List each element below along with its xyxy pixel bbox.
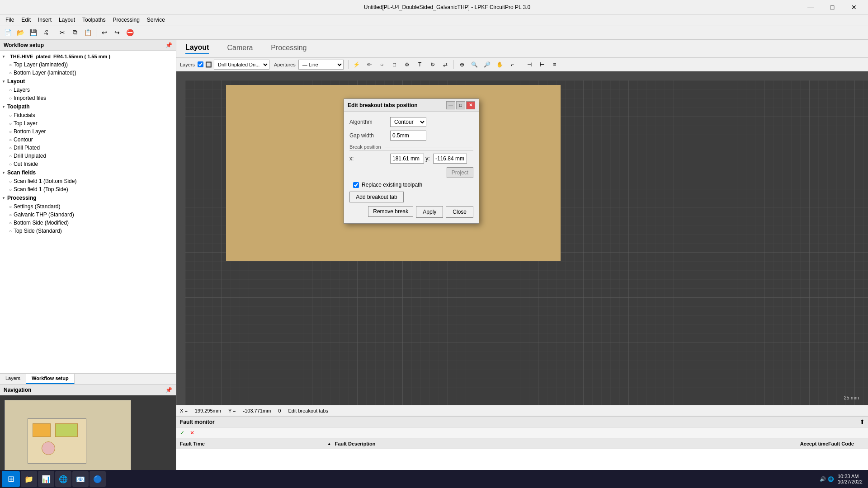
tree-item-settings[interactable]: ○ Settings (Standard) (0, 202, 176, 211)
apertures-select[interactable]: — Line (298, 60, 344, 70)
gap-width-input[interactable] (390, 131, 426, 141)
tool-transform[interactable]: ⇄ (439, 59, 451, 70)
stop-btn[interactable]: ⛔ (124, 27, 136, 38)
start-button[interactable]: ⊞ (2, 471, 20, 487)
paste-btn[interactable]: 📋 (82, 27, 94, 38)
dialog-close-btn[interactable]: ✕ (466, 101, 475, 109)
taskbar-browser[interactable]: 🌐 (55, 471, 71, 487)
undo-btn[interactable]: ↩ (99, 27, 110, 38)
taskbar-task-manager[interactable]: 📊 (38, 471, 54, 487)
copy-btn[interactable]: ⧉ (69, 27, 81, 38)
x-input[interactable] (390, 154, 424, 164)
tree-item-topside[interactable]: ○ Top Side (Standard) (0, 227, 176, 235)
main-toolbar: 📄 📂 💾 🖨 ✂ ⧉ 📋 ↩ ↪ ⛔ (0, 25, 868, 40)
time: 10:23 AM (838, 474, 863, 479)
open-btn[interactable]: 📂 (14, 27, 26, 38)
tool-flip[interactable]: ⊢ (536, 59, 548, 70)
tree-item-drill-plated[interactable]: ○ Drill Plated (0, 144, 176, 152)
ruler-left (176, 71, 185, 405)
menu-toolpaths[interactable]: Toolpaths (79, 16, 109, 24)
tool-rotate[interactable]: ↻ (427, 59, 439, 70)
menu-edit[interactable]: Edit (18, 16, 34, 24)
taskbar-app1[interactable]: 📧 (72, 471, 89, 487)
tree-item-toplayer[interactable]: ○ Top Layer (laminated)) (0, 61, 176, 69)
layers-checkbox[interactable] (198, 61, 203, 67)
date: 10/27/2022 (838, 479, 863, 484)
algorithm-select[interactable]: Contour (390, 117, 426, 127)
tree-item-importedfiles[interactable]: ○ Imported files (0, 94, 176, 102)
minimize-button[interactable]: — (800, 1, 821, 14)
tree-item-cut-inside[interactable]: ○ Cut Inside (0, 160, 176, 168)
print-btn[interactable]: 🖨 (40, 27, 52, 38)
tool-move[interactable]: ✋ (494, 59, 506, 70)
tree-item-top-layer[interactable]: ○ Top Layer (0, 119, 176, 127)
dialog-body: Algorithm Contour Gap width Break (344, 112, 479, 223)
cut-btn[interactable]: ✂ (57, 27, 68, 38)
tree-item-scan-bottom[interactable]: ○ Scan field 1 (Bottom Side) (0, 177, 176, 185)
remove-break-button[interactable]: Remove break (368, 206, 413, 217)
tray-network[interactable]: 🌐 (828, 476, 834, 482)
panel-pin-icon[interactable]: 📌 (165, 42, 172, 48)
fault-table-header: Fault Time ▲ Fault Description Accept ti… (176, 438, 868, 449)
tool-align[interactable]: ≡ (549, 59, 561, 70)
tool-corner[interactable]: ⌐ (507, 59, 519, 70)
tree-item-bottomlayer[interactable]: ○ Bottom Layer (laminated)) (0, 69, 176, 77)
tree-item-fiducials[interactable]: ○ Fiducials (0, 111, 176, 119)
tree-item-layers[interactable]: ○ Layers (0, 86, 176, 94)
taskbar-file-manager[interactable]: 📁 (21, 471, 37, 487)
close-button[interactable]: ✕ (844, 1, 864, 14)
close-button-dialog[interactable]: Close (446, 206, 473, 218)
save-btn[interactable]: 💾 (27, 27, 39, 38)
replace-checkbox[interactable] (353, 182, 359, 188)
redo-btn[interactable]: ↪ (111, 27, 123, 38)
canvas-tab-layout[interactable]: Layout (185, 43, 209, 54)
tree-item-galvanic[interactable]: ○ Galvanic THP (Standard) (0, 211, 176, 219)
tree-item-drill-unplated[interactable]: ○ Drill Unplated (0, 152, 176, 160)
tree-item-bottomside[interactable]: ○ Bottom Side (Modified) (0, 219, 176, 227)
y-input[interactable] (433, 154, 467, 164)
tool-zoom-out[interactable]: 🔎 (481, 59, 493, 70)
dialog-minimize-btn[interactable]: — (446, 101, 455, 109)
menu-service[interactable]: Service (143, 16, 169, 24)
apply-button[interactable]: Apply (416, 206, 443, 218)
menu-processing[interactable]: Processing (109, 16, 143, 24)
fault-accept-btn[interactable]: ✓ (178, 429, 186, 437)
drawing-canvas[interactable]: 25 mm Edit breakout tabs position — □ ✕ (176, 71, 868, 405)
maximize-button[interactable]: □ (822, 1, 843, 14)
tool-zoom-in[interactable]: 🔍 (469, 59, 481, 70)
fault-expand-icon[interactable]: ⬆ (860, 419, 864, 425)
menu-file[interactable]: File (2, 16, 18, 24)
fault-reject-btn[interactable]: ✕ (188, 429, 196, 437)
canvas-tab-processing[interactable]: Processing (271, 44, 307, 54)
tree-group-processing[interactable]: ▼ Processing (0, 193, 176, 202)
tray-volume[interactable]: 🔊 (820, 476, 826, 482)
canvas-tab-camera[interactable]: Camera (227, 44, 253, 54)
tree-item-contour[interactable]: ○ Contour (0, 136, 176, 144)
dialog-restore-btn[interactable]: □ (456, 101, 465, 109)
tree-group-hive[interactable]: ▼ _THE-HIVE_plated_FR4-1.55mm ( 1.55 mm … (0, 52, 176, 61)
tool-rect[interactable]: □ (389, 59, 401, 70)
tool-snap[interactable]: ⊕ (456, 59, 468, 70)
tool-circle[interactable]: ○ (376, 59, 388, 70)
tool-draw[interactable]: ✏ (363, 59, 375, 70)
menu-layout[interactable]: Layout (55, 16, 79, 24)
tab-workflow-setup[interactable]: Workflow setup (26, 374, 75, 384)
layers-select[interactable]: Drill Unplated Dri... (214, 60, 269, 70)
project-button[interactable]: Project (447, 167, 473, 178)
tool-text[interactable]: T (414, 59, 426, 70)
tool-pointer[interactable]: ⚡ (351, 59, 363, 70)
tree-group-layout[interactable]: ▼ Layout (0, 77, 176, 86)
tool-gear[interactable]: ⚙ (401, 59, 413, 70)
menu-insert[interactable]: Insert (34, 16, 55, 24)
add-breakout-tab-button[interactable]: Add breakout tab (349, 192, 404, 202)
new-btn[interactable]: 📄 (2, 27, 14, 38)
tool-mirror[interactable]: ⊣ (524, 59, 535, 70)
tree-group-scan[interactable]: ▼ Scan fields (0, 168, 176, 177)
nav-pin-icon[interactable]: 📌 (165, 387, 172, 393)
taskbar-app2[interactable]: 🔵 (90, 471, 106, 487)
tree-group-toolpath[interactable]: ▼ Toolpath (0, 102, 176, 111)
replace-label: Replace existing toolpath (362, 182, 422, 188)
tab-layers[interactable]: Layers (0, 374, 26, 384)
tree-item-scan-top[interactable]: ○ Scan field 1 (Top Side) (0, 185, 176, 193)
tree-item-bottom-layer[interactable]: ○ Bottom Layer (0, 127, 176, 136)
